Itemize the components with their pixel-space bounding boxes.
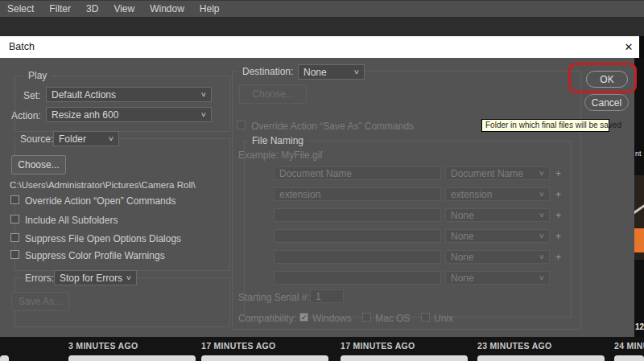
source-dropdown[interactable]: Folder ∨ <box>53 131 119 146</box>
menu-item-3d[interactable]: 3D <box>86 3 98 14</box>
play-groupbox <box>14 76 230 132</box>
starting-serial-value: 1 <box>316 291 321 302</box>
save-as-button[interactable]: Save As... <box>11 292 69 311</box>
naming-select-2[interactable]: extension∨ <box>445 187 550 201</box>
set-value: Default Actions <box>52 89 116 101</box>
chevron-down-icon: ∨ <box>539 191 545 198</box>
include-subfolders-checkbox[interactable] <box>10 215 19 224</box>
naming-select-6[interactable]: None∨ <box>445 271 550 285</box>
starting-serial-input[interactable]: 1 <box>310 289 344 303</box>
recent-file-card[interactable] <box>614 355 644 361</box>
chevron-down-icon: ∨ <box>126 274 132 281</box>
destination-choose-button[interactable]: Choose... <box>239 84 307 104</box>
suppress-color-profile-checkbox[interactable] <box>10 250 19 259</box>
suppress-open-options-checkbox[interactable] <box>10 233 19 242</box>
include-subfolders-label: Include All Subfolders <box>25 215 118 226</box>
naming-select-1[interactable]: Document Name∨ <box>445 166 550 180</box>
naming-field-3[interactable] <box>274 208 441 222</box>
recent-timestamp: 24 MINUT <box>614 341 644 351</box>
naming-field-2-text: extension <box>279 189 320 200</box>
chevron-down-icon: ∨ <box>539 232 545 240</box>
recent-timestamp: 17 MINUTES AGO <box>341 341 415 351</box>
recent-timestamp: 17 MINUTES AGO <box>201 341 276 351</box>
errors-label: Errors: <box>21 273 58 283</box>
set-label: Set: <box>23 90 40 101</box>
menu-bar: Select Filter 3D View Window Help <box>0 0 644 17</box>
red-highlight-annotation <box>568 63 637 93</box>
menu-item-select[interactable]: Select <box>7 3 34 14</box>
add-row-button[interactable]: + <box>555 189 561 200</box>
compat-windows-label: Windows <box>312 313 352 324</box>
menu-item-view[interactable]: View <box>114 3 134 14</box>
menu-item-window[interactable]: Window <box>150 3 184 14</box>
starting-serial-label: Starting Serial #: <box>238 292 310 303</box>
chevron-down-icon: ∨ <box>353 68 360 76</box>
background-partial-text: 12 <box>635 322 644 331</box>
naming-field-6[interactable] <box>274 271 441 285</box>
chevron-down-icon: ∨ <box>539 253 545 260</box>
play-group-label: Play <box>24 71 51 80</box>
batch-dialog-body: Play Set: Default Actions ∨ Action: Resi… <box>0 58 634 337</box>
dialog-title: Batch <box>9 41 35 52</box>
naming-select-6-text: None <box>451 273 474 284</box>
photo-detail <box>634 228 644 252</box>
compatibility-label: Compatibility: <box>238 313 296 324</box>
recent-timestamp: 3 MINUTES AGO <box>68 341 138 351</box>
chevron-down-icon: ∨ <box>539 170 545 177</box>
compat-macos-checkbox[interactable] <box>362 313 371 322</box>
source-choose-button[interactable]: Choose... <box>11 155 66 174</box>
destination-dropdown[interactable]: None ∨ <box>298 64 365 80</box>
file-naming-example: Example: MyFile.gif <box>238 150 323 161</box>
menu-item-help[interactable]: Help <box>200 3 220 14</box>
naming-select-4[interactable]: None∨ <box>445 229 550 243</box>
naming-field-4[interactable] <box>274 229 441 243</box>
recent-file-card[interactable] <box>477 355 605 361</box>
override-open-label: Override Action “Open” Commands <box>25 195 175 207</box>
errors-dropdown[interactable]: Stop for Errors ∨ <box>54 270 137 285</box>
close-icon[interactable]: ✕ <box>621 39 637 55</box>
destination-label: Destination: <box>238 67 297 76</box>
add-row-button[interactable]: + <box>555 168 561 179</box>
source-path: C:\Users\Administrator\Pictures\Camera R… <box>10 180 196 190</box>
compat-unix-checkbox[interactable] <box>421 313 430 322</box>
cancel-button[interactable]: Cancel <box>584 94 629 111</box>
batch-dialog-titlebar: Batch ✕ <box>0 36 639 58</box>
options-bar <box>0 17 644 36</box>
naming-select-3[interactable]: None∨ <box>445 208 550 222</box>
add-row-button[interactable]: + <box>555 210 561 221</box>
compat-windows-checkbox[interactable]: ✓ <box>299 313 308 322</box>
naming-field-1[interactable]: Document Name <box>274 166 441 180</box>
file-naming-label: File Naming <box>248 136 308 146</box>
naming-select-5-text: None <box>451 252 474 263</box>
tooltip: Folder in which final files will be save… <box>481 119 609 132</box>
recent-file-card[interactable] <box>0 355 9 361</box>
recent-file-card[interactable] <box>68 355 196 361</box>
set-dropdown[interactable]: Default Actions ∨ <box>46 87 212 102</box>
screenshot-root: Select Filter 3D View Window Help 3 MINU… <box>0 0 644 361</box>
menu-item-filter[interactable]: Filter <box>49 3 71 14</box>
action-label: Action: <box>11 110 41 121</box>
naming-select-2-text: extension <box>451 189 492 200</box>
add-row-button[interactable]: + <box>555 231 561 242</box>
source-label: Source: <box>16 134 57 144</box>
override-saveas-checkbox[interactable] <box>237 121 246 129</box>
destination-value: None <box>303 67 327 78</box>
recent-file-card[interactable] <box>201 355 328 361</box>
recent-file-card[interactable] <box>341 355 468 361</box>
background-recent-files: 3 MINUTES AGO 17 MINUTES AGO 17 MINUTES … <box>0 337 644 361</box>
naming-select-5[interactable]: None∨ <box>445 250 550 264</box>
override-open-checkbox[interactable] <box>10 195 19 204</box>
override-saveas-label: Override Action “Save As” Commands <box>251 121 414 132</box>
naming-field-2[interactable]: extension <box>274 187 441 201</box>
suppress-open-options-label: Suppress File Open Options Dialogs <box>25 233 181 244</box>
background-partial-text: nt <box>635 150 642 158</box>
action-dropdown[interactable]: Resize anh 600 ∨ <box>46 107 212 122</box>
naming-field-5[interactable] <box>274 250 441 264</box>
naming-field-1-text: Document Name <box>279 168 352 179</box>
recent-timestamp: 23 MINUTES AGO <box>477 341 552 351</box>
suppress-color-profile-label: Suppress Color Profile Warnings <box>25 250 165 261</box>
compat-unix-label: Unix <box>434 313 453 324</box>
chevron-down-icon: ∨ <box>108 135 114 142</box>
chevron-down-icon: ∨ <box>539 274 545 281</box>
add-row-button[interactable]: + <box>555 252 561 263</box>
